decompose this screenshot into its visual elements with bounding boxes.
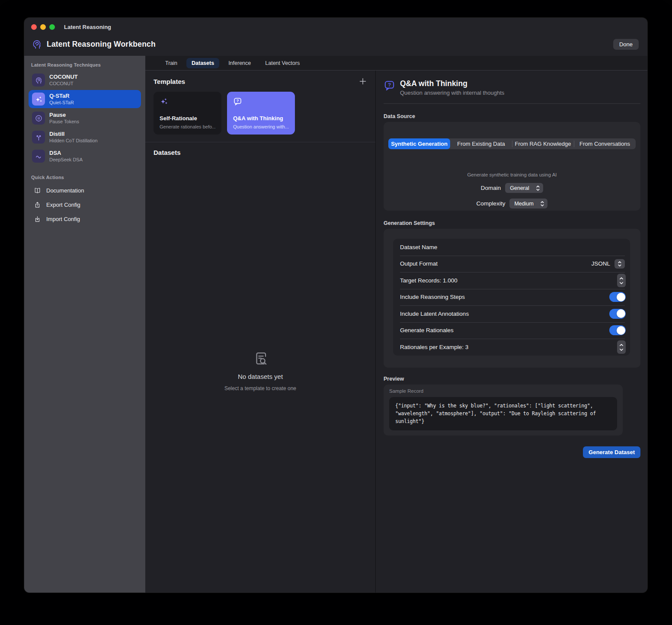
complexity-value: Medium: [514, 201, 533, 207]
technique-title: Q-STaR: [49, 93, 74, 99]
done-button[interactable]: Done: [613, 39, 639, 50]
technique-subtitle: COCONUT: [49, 81, 78, 87]
titlebar: Latent Reasoning: [24, 18, 647, 32]
segment-from-existing-data[interactable]: From Existing Data: [450, 138, 512, 149]
export-icon: [34, 201, 41, 208]
template-card-self-rationale[interactable]: Self-Rationale Generate rationales befo.…: [154, 92, 221, 135]
quick-action-label: Import Config: [46, 216, 80, 222]
template-card-qa-thinking[interactable]: Q&A with Thinking Question answering wit…: [227, 92, 295, 135]
chevron-up-down-icon: [536, 185, 540, 192]
data-source-label: Data Source: [384, 113, 640, 119]
segment-from-conversations[interactable]: From Conversations: [574, 138, 636, 149]
document-search-icon: [253, 351, 268, 367]
tab-datasets[interactable]: Datasets: [186, 58, 219, 68]
complexity-popup[interactable]: Medium: [509, 199, 547, 208]
sidebar-item-coconut[interactable]: COCONUT COCONUT: [29, 71, 141, 89]
book-icon: [34, 187, 41, 194]
minimize-window-button[interactable]: [40, 24, 46, 30]
zoom-window-button[interactable]: [49, 24, 55, 30]
import-icon: [34, 215, 41, 223]
technique-subtitle: DeepSeek DSA: [49, 157, 83, 163]
domain-popup[interactable]: General: [505, 183, 543, 193]
quick-action-label: Export Config: [46, 202, 80, 208]
include-latent-annotations-label: Include Latent Annotations: [400, 311, 469, 317]
sidebar: Latent Reasoning Techniques COCONUT COCO…: [24, 56, 145, 593]
domain-label: Domain: [481, 185, 501, 191]
output-format-value: JSONL: [591, 260, 610, 267]
detail-title: Q&A with Thinking: [400, 79, 504, 88]
sidebar-section-techniques: Latent Reasoning Techniques: [31, 62, 141, 67]
dataset-name-field[interactable]: Dataset Name: [393, 239, 630, 256]
brain-head-icon: [31, 38, 42, 50]
target-records-row: Target Records: 1.000: [393, 272, 630, 289]
sample-record-code: {"input": "Why is the sky blue?", "ratio…: [389, 397, 617, 430]
sidebar-item-qstar[interactable]: Q-STaR Quiet-STaR: [29, 90, 141, 108]
sparkles-icon: [32, 93, 45, 106]
tab-bar: Train Datasets Inference Latent Vectors: [145, 56, 647, 71]
template-title: Self-Rationale: [160, 115, 215, 122]
template-subtitle: Question answering with...: [233, 124, 289, 129]
sidebar-item-export-config[interactable]: Export Config: [29, 198, 141, 212]
technique-subtitle: Pause Tokens: [49, 119, 79, 125]
question-bubble-icon: [233, 97, 289, 106]
sparkles-icon: [160, 97, 215, 106]
technique-title: Pause: [49, 112, 79, 119]
generation-settings-group: Dataset Name Output Format JSONL: [384, 229, 640, 368]
sidebar-item-pause[interactable]: Pause Pause Tokens: [29, 109, 141, 127]
target-records-stepper[interactable]: [617, 274, 626, 287]
wave-icon: [32, 150, 45, 163]
detail-subtitle: Question answering with internal thought…: [400, 90, 504, 96]
include-reasoning-steps-toggle[interactable]: [609, 292, 626, 302]
technique-title: Distill: [49, 131, 98, 138]
technique-title: COCONUT: [49, 74, 78, 80]
page-title: Latent Reasoning Workbench: [47, 40, 156, 49]
tab-latent-vectors[interactable]: Latent Vectors: [260, 58, 305, 68]
pause-circle-icon: [32, 112, 45, 125]
datasets-panel: Templates Self-Rationale Ge: [145, 71, 376, 593]
sidebar-section-quick-actions: Quick Actions: [31, 175, 141, 180]
data-source-group: Synthetic Generation From Existing Data …: [384, 122, 640, 211]
rationales-per-example-stepper[interactable]: [617, 340, 626, 354]
branch-icon: [32, 131, 45, 144]
segment-synthetic-generation[interactable]: Synthetic Generation: [388, 138, 450, 149]
close-window-button[interactable]: [31, 24, 37, 30]
add-template-button[interactable]: [358, 77, 367, 86]
chevron-up-down-icon: [618, 260, 622, 267]
template-title: Q&A with Thinking: [233, 115, 289, 122]
question-bubble-icon: [384, 80, 395, 91]
templates-header: Templates: [154, 78, 185, 85]
include-latent-annotations-row: Include Latent Annotations: [393, 305, 630, 322]
segment-from-rag-knowledge[interactable]: From RAG Knowledge: [512, 138, 574, 149]
output-format-popup[interactable]: [614, 259, 625, 269]
tab-train[interactable]: Train: [160, 58, 182, 68]
include-latent-annotations-toggle[interactable]: [609, 309, 626, 319]
technique-title: DSA: [49, 150, 83, 157]
tab-inference[interactable]: Inference: [223, 58, 256, 68]
datasets-empty-state: No datasets yet Select a template to cre…: [154, 156, 367, 586]
sidebar-item-dsa[interactable]: DSA DeepSeek DSA: [29, 147, 141, 165]
chevron-up-down-icon: [540, 200, 544, 207]
dataset-name-placeholder: Dataset Name: [400, 244, 437, 250]
generate-rationales-toggle[interactable]: [609, 325, 626, 335]
sidebar-item-documentation[interactable]: Documentation: [29, 183, 141, 198]
include-reasoning-steps-row: Include Reasoning Steps: [393, 289, 630, 306]
sample-record-label: Sample Record: [389, 388, 617, 394]
preview-group: Sample Record {"input": "Why is the sky …: [384, 385, 623, 436]
datasets-header: Datasets: [154, 149, 367, 156]
target-records-label: Target Records: 1.000: [400, 277, 458, 284]
output-format-label: Output Format: [400, 260, 438, 267]
technique-subtitle: Hidden CoT Distillation: [49, 138, 98, 144]
rationales-per-example-label: Rationales per Example: 3: [400, 344, 468, 350]
generate-dataset-button[interactable]: Generate Dataset: [583, 446, 640, 458]
app-window: Latent Reasoning Latent Reasoning Workbe…: [24, 18, 647, 593]
sidebar-item-import-config[interactable]: Import Config: [29, 212, 141, 226]
domain-value: General: [510, 185, 529, 191]
sidebar-item-distill[interactable]: Distill Hidden CoT Distillation: [29, 128, 141, 146]
output-format-row: Output Format JSONL: [393, 256, 630, 272]
window-title: Latent Reasoning: [64, 24, 111, 30]
data-source-description: Generate synthetic training data using A…: [388, 172, 636, 177]
technique-subtitle: Quiet-STaR: [49, 100, 74, 106]
divider: [384, 103, 640, 104]
template-subtitle: Generate rationales befo...: [160, 124, 215, 129]
generation-settings-label: Generation Settings: [384, 220, 640, 226]
